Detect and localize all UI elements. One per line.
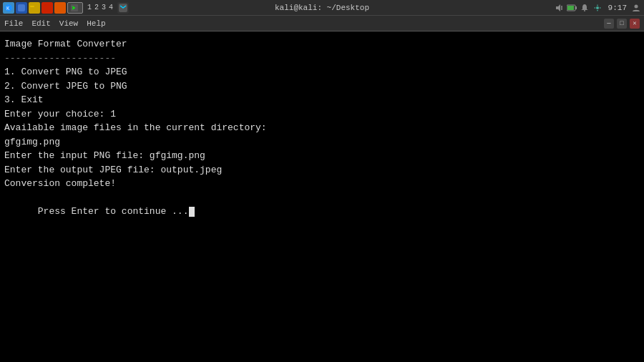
terminal-menus: File Edit View Help <box>4 19 106 28</box>
svg-marker-9 <box>556 4 560 11</box>
menu-file[interactable]: File <box>4 19 23 28</box>
app-icon-1[interactable] <box>16 2 27 14</box>
output-line-11: Press Enter to continue ... <box>4 191 640 233</box>
output-separator: -------------------- <box>4 52 640 66</box>
output-line-5: Enter your choice: 1 <box>4 107 640 122</box>
taskbar-right: 9:17 <box>554 3 641 13</box>
svg-rect-13 <box>567 6 574 10</box>
output-line-4: 3. Exit <box>4 93 640 107</box>
settings-icon[interactable] <box>592 3 602 13</box>
workspace-2[interactable]: 2 <box>94 4 99 11</box>
output-line-6: Available image files in the current dir… <box>4 121 640 135</box>
svg-rect-2 <box>18 4 25 11</box>
notification-icon[interactable] <box>580 3 590 13</box>
speaker-icon[interactable] <box>554 3 564 13</box>
taskbar-title: kali@kali: ~/Desktop <box>275 4 369 12</box>
output-line-8: Enter the input PNG file: gfgimg.png <box>4 149 640 163</box>
output-line-3: 2. Convert JPEG to PNG <box>4 79 640 94</box>
svg-point-16 <box>635 4 638 8</box>
kali-icon[interactable]: K <box>3 2 14 14</box>
workspace-4[interactable]: 4 <box>109 4 113 11</box>
output-line-2: 1. Convert PNG to JPEG <box>4 65 640 79</box>
svg-rect-4 <box>30 6 34 7</box>
close-button[interactable]: ✕ <box>630 19 640 29</box>
battery-icon[interactable] <box>567 3 577 13</box>
extra-icon[interactable] <box>117 2 129 14</box>
taskbar-left: K 1 2 3 4 <box>3 2 129 14</box>
svg-rect-12 <box>575 6 577 9</box>
output-line-1: Image Format Converter <box>4 37 640 52</box>
clock: 9:17 <box>608 4 627 12</box>
folder-icon[interactable] <box>29 2 40 14</box>
svg-point-6 <box>57 4 64 11</box>
output-line-7: gfgimg.png <box>4 135 640 150</box>
output-line-9: Enter the output JPEG file: output.jpeg <box>4 163 640 177</box>
terminal-content[interactable]: Image Format Converter -----------------… <box>0 31 644 362</box>
terminal-taskbar-btn[interactable] <box>67 2 83 14</box>
workspace-3[interactable]: 3 <box>102 4 106 11</box>
output-line-10: Conversion complete! <box>4 177 640 191</box>
maximize-button[interactable]: □ <box>617 19 627 29</box>
terminal-window: File Edit View Help ─ □ ✕ Image Format C… <box>0 16 644 362</box>
terminal-titlebar: File Edit View Help ─ □ ✕ <box>0 16 644 31</box>
user-icon[interactable] <box>631 3 641 13</box>
menu-edit[interactable]: Edit <box>31 19 50 28</box>
svg-point-15 <box>596 6 599 9</box>
svg-point-5 <box>44 4 51 11</box>
app-icon-2[interactable] <box>42 2 53 14</box>
menu-view[interactable]: View <box>59 19 78 28</box>
terminal-controls: ─ □ ✕ <box>604 19 640 29</box>
app-icon-3[interactable] <box>54 2 66 14</box>
menu-help[interactable]: Help <box>87 19 105 28</box>
terminal-cursor <box>189 207 195 217</box>
minimize-button[interactable]: ─ <box>604 19 614 29</box>
taskbar: K 1 2 3 4 kali@kali: ~/ <box>0 0 644 16</box>
workspace-1[interactable]: 1 <box>87 4 92 11</box>
workspace-numbers: 1 2 3 4 <box>87 4 113 11</box>
